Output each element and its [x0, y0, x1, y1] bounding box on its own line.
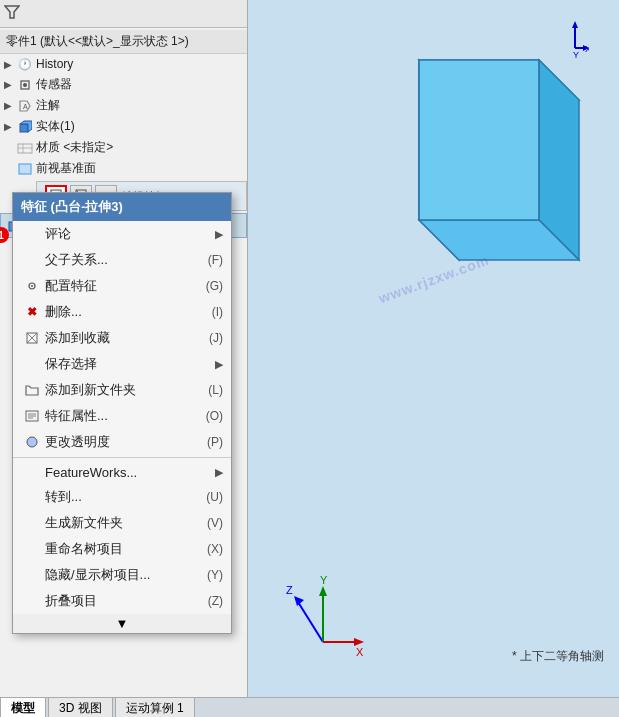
ctx-goto-icon	[23, 489, 41, 505]
ctx-item-save-select[interactable]: 保存选择 ▶	[13, 351, 231, 377]
frontplane-icon	[16, 161, 34, 177]
ctx-scroll-down[interactable]: ▼	[13, 614, 231, 633]
svg-rect-10	[19, 164, 31, 174]
ctx-comment-icon	[23, 226, 41, 242]
tree-item-annotation[interactable]: ▶ A 注解	[0, 95, 247, 116]
ctx-item-config[interactable]: 配置特征 (G)	[13, 273, 231, 299]
ctx-rename-icon	[23, 541, 41, 557]
svg-point-18	[31, 285, 33, 287]
part-title: 零件1 (默认<<默认>_显示状态 1>)	[0, 30, 247, 54]
ctx-addfolder-icon	[23, 382, 41, 398]
ctx-item-featureworks[interactable]: FeatureWorks... ▶	[13, 460, 231, 484]
ctx-item-goto[interactable]: 转到... (U)	[13, 484, 231, 510]
ctx-parentchild-icon	[23, 252, 41, 268]
ctx-newfolder-icon	[23, 515, 41, 531]
ctx-featureworks-arrow: ▶	[215, 466, 223, 479]
bottom-axes: Z Y X	[278, 572, 368, 665]
left-panel: 零件1 (默认<<默认>_显示状态 1>) ▶ 🕐 History ▶ 传感器	[0, 0, 248, 697]
svg-marker-47	[354, 638, 364, 646]
ctx-item-favorite[interactable]: 添加到收藏 (J)	[13, 325, 231, 351]
svg-line-40	[298, 602, 323, 642]
tab-3dview[interactable]: 3D 视图	[48, 697, 113, 717]
filter-icon[interactable]	[4, 4, 20, 23]
ctx-item-feature-props[interactable]: 特征属性... (O)	[13, 403, 231, 429]
material-icon	[16, 140, 34, 156]
context-menu: 特征 (凸台-拉伸3) 评论 ▶ 父子关系... (F)	[12, 192, 232, 634]
ctx-separator-1	[13, 457, 231, 458]
solid-icon	[16, 119, 34, 135]
ctx-saveselect-arrow: ▶	[215, 358, 223, 371]
bottom-axes-svg: Z Y X	[278, 572, 368, 662]
svg-text:A: A	[23, 103, 28, 110]
arrow-sensor: ▶	[4, 79, 16, 90]
solid-label: 实体(1)	[36, 118, 75, 135]
right-panel: www.rjzxw.com Y X	[248, 0, 619, 697]
ctx-item-parent-child[interactable]: 父子关系... (F)	[13, 247, 231, 273]
tree-item-solid[interactable]: ▶ 实体(1)	[0, 116, 247, 137]
ctx-item-opacity[interactable]: 更改透明度 (P)	[13, 429, 231, 455]
ctx-item-hide-show[interactable]: 隐藏/显示树项目... (Y)	[13, 562, 231, 588]
svg-rect-7	[18, 144, 32, 153]
arrow-history: ▶	[4, 59, 16, 70]
material-label: 材质 <未指定>	[36, 139, 113, 156]
ctx-item-new-folder[interactable]: 生成新文件夹 (V)	[13, 510, 231, 536]
sensor-label: 传感器	[36, 76, 72, 93]
tab-motion[interactable]: 运动算例 1	[115, 697, 195, 717]
ctx-featureprops-icon	[23, 408, 41, 424]
ctx-item-add-folder[interactable]: 添加到新文件夹 (L)	[13, 377, 231, 403]
svg-marker-37	[419, 60, 539, 220]
ctx-saveselect-icon	[23, 356, 41, 372]
svg-marker-0	[5, 6, 19, 18]
svg-text:X: X	[356, 646, 364, 658]
3d-box-svg	[339, 20, 599, 270]
status-bar: 模型 3D 视图 运动算例 1	[0, 697, 619, 717]
sensor-icon	[16, 77, 34, 93]
ctx-item-delete[interactable]: ✖ 删除... (I)	[13, 299, 231, 325]
top-toolbar	[0, 0, 247, 28]
chevron-down-icon: ▼	[116, 616, 129, 631]
svg-point-26	[27, 437, 37, 447]
ctx-delete-icon: ✖	[23, 304, 41, 320]
ctx-item-collapse[interactable]: 折叠项目 (Z)	[13, 588, 231, 614]
ctx-item-comment[interactable]: 评论 ▶	[13, 221, 231, 247]
annotation-icon: A	[16, 98, 34, 114]
svg-text:Y: Y	[320, 574, 328, 586]
arrow-solid: ▶	[4, 121, 16, 132]
tab-model[interactable]: 模型	[0, 697, 46, 717]
svg-point-2	[23, 83, 27, 87]
ctx-header: 特征 (凸台-拉伸3)	[13, 193, 231, 221]
ctx-favorite-icon	[23, 330, 41, 346]
ctx-collapse-icon	[23, 593, 41, 609]
history-icon: 🕐	[16, 56, 34, 72]
tree-item-history[interactable]: ▶ 🕐 History	[0, 54, 247, 74]
frontplane-label: 前视基准面	[36, 160, 96, 177]
ctx-item-rename[interactable]: 重命名树项目 (X)	[13, 536, 231, 562]
ctx-opacity-icon	[23, 434, 41, 450]
svg-marker-44	[319, 586, 327, 596]
ctx-config-icon	[23, 278, 41, 294]
svg-text:Z: Z	[286, 584, 293, 596]
ctx-featureworks-icon	[23, 464, 41, 480]
ctx-comment-arrow: ▶	[215, 228, 223, 241]
tree-item-material[interactable]: 材质 <未指定>	[0, 137, 247, 158]
view-label: * 上下二等角轴测	[512, 648, 604, 665]
arrow-annotation: ▶	[4, 100, 16, 111]
ctx-hideshow-icon	[23, 567, 41, 583]
tree-item-frontplane[interactable]: 前视基准面	[0, 158, 247, 179]
tree-item-sensor[interactable]: ▶ 传感器	[0, 74, 247, 95]
annotation-label: 注解	[36, 97, 60, 114]
history-label: History	[36, 57, 73, 71]
svg-rect-5	[20, 124, 28, 132]
